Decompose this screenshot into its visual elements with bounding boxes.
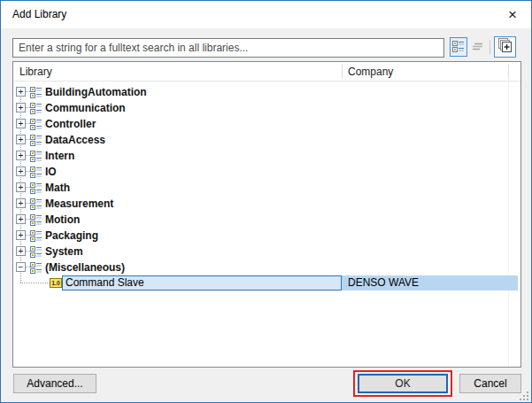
expand-icon[interactable]: +	[16, 103, 26, 112]
expand-icon[interactable]: +	[16, 167, 26, 176]
toolbar-separator	[490, 40, 490, 54]
tree-item-miscellaneous[interactable]: − (Miscellaneous)	[13, 260, 520, 275]
library-version-icon: 1.0	[50, 278, 62, 288]
flat-list-icon	[472, 40, 484, 55]
ok-annotation-highlight: OK	[353, 370, 452, 397]
selected-library-company[interactable]: DENSO WAVE	[342, 275, 518, 291]
tree-item-command-slave[interactable]: 1.0 Command Slave DENSO WAVE	[13, 275, 520, 291]
selected-library-name[interactable]: Command Slave	[62, 275, 342, 291]
advanced-button[interactable]: Advanced...	[13, 374, 96, 393]
tree-item-label: Communication	[45, 102, 126, 114]
library-tree: + BuildingAutomation + Communication + C…	[13, 84, 520, 291]
tree-item-system[interactable]: + System	[13, 244, 520, 260]
tree-item-intern[interactable]: + Intern	[13, 148, 520, 164]
column-header-company[interactable]: Company	[348, 66, 393, 78]
ok-button[interactable]: OK	[358, 374, 448, 393]
stacked-pages-plus-icon	[497, 38, 513, 56]
library-category-icon	[30, 86, 42, 98]
expand-icon[interactable]: +	[16, 87, 26, 97]
library-category-icon	[30, 134, 42, 146]
tree-item-measurement[interactable]: + Measurement	[13, 196, 520, 212]
search-input[interactable]	[12, 38, 444, 58]
dialog-title: Add Library	[12, 8, 66, 20]
expand-icon[interactable]: +	[16, 246, 26, 256]
tree-item-packaging[interactable]: + Packaging	[13, 228, 520, 244]
library-category-icon	[30, 182, 42, 194]
tree-item-label: Measurement	[45, 198, 113, 210]
expand-icon[interactable]: +	[16, 119, 26, 128]
library-category-icon	[30, 245, 42, 258]
library-category-icon	[30, 102, 42, 114]
tree-item-dataaccess[interactable]: + DataAccess	[13, 132, 520, 148]
column-header-library[interactable]: Library	[19, 66, 52, 78]
expand-icon[interactable]: +	[16, 182, 26, 192]
column-separator[interactable]	[342, 65, 343, 79]
tree-item-communication[interactable]: + Communication	[13, 100, 520, 116]
library-category-icon	[30, 150, 42, 162]
library-category-icon	[30, 118, 42, 130]
cancel-button[interactable]: Cancel	[459, 374, 521, 393]
library-category-icon	[30, 261, 42, 274]
tree-item-buildingautomation[interactable]: + BuildingAutomation	[13, 84, 520, 100]
expand-icon[interactable]: +	[16, 230, 26, 240]
library-category-icon	[30, 166, 42, 178]
collapse-icon[interactable]: −	[16, 262, 26, 272]
expand-icon[interactable]: +	[16, 151, 26, 160]
expand-icon[interactable]: +	[16, 214, 26, 224]
tree-item-io[interactable]: + IO	[13, 164, 520, 180]
tree-item-label: Motion	[45, 213, 80, 226]
library-category-icon	[30, 229, 42, 242]
tree-item-motion[interactable]: + Motion	[13, 212, 520, 228]
tree-item-label: Packaging	[45, 229, 98, 242]
tree-item-controller[interactable]: + Controller	[13, 116, 520, 132]
expand-icon[interactable]: +	[16, 198, 26, 208]
library-category-icon	[30, 213, 42, 226]
library-category-icon	[30, 198, 42, 210]
resize-grip[interactable]	[520, 391, 528, 400]
add-library-dialog: Add Library ×	[0, 0, 532, 403]
title-bar: Add Library ×	[1, 1, 531, 28]
tree-connector	[20, 283, 50, 283]
tree-item-label: System	[45, 245, 83, 258]
tree-item-label: BuildingAutomation	[45, 86, 147, 98]
flat-list-view-button[interactable]	[469, 37, 487, 57]
close-icon[interactable]: ×	[503, 5, 522, 25]
category-view-button[interactable]	[450, 37, 467, 57]
expand-icon[interactable]: +	[16, 135, 26, 144]
tree-item-label: IO	[45, 166, 57, 178]
library-list: Library Company + BuildingAutomation + C…	[12, 61, 521, 368]
tree-item-label: (Miscellaneous)	[45, 261, 125, 274]
tree-item-label: Controller	[45, 118, 96, 130]
tree-item-math[interactable]: + Math	[13, 180, 520, 196]
tree-item-label: DataAccess	[45, 134, 105, 146]
category-view-icon	[452, 40, 465, 55]
tree-item-label: Math	[45, 182, 70, 194]
column-separator[interactable]	[508, 65, 509, 79]
tree-item-label: Intern	[45, 150, 74, 162]
list-header: Library Company	[13, 62, 520, 81]
group-versions-button[interactable]	[494, 36, 516, 58]
